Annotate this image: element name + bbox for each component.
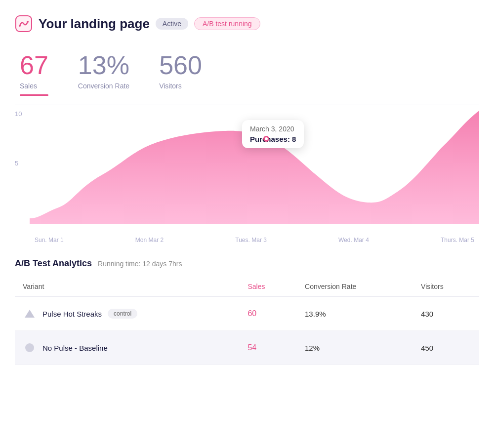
table-row: Pulse Hot Streaks control 60 13.9% 430 [15, 297, 479, 331]
ab-running-time: Running time: 12 days 7hrs [98, 260, 182, 268]
sales-1: 60 [240, 297, 297, 331]
ab-title-row: A/B Test Analytics Running time: 12 days… [15, 258, 479, 269]
variant-info-2: No Pulse - Baseline [23, 341, 232, 355]
metric-visitors[interactable]: 560 Visitors [159, 52, 202, 90]
tooltip-purchases: Purchases: 8 [250, 135, 296, 143]
table-row: No Pulse - Baseline 54 12% 450 [15, 331, 479, 365]
chart-dot [263, 136, 269, 142]
ab-table: Variant Sales Conversion Rate Visitors [15, 277, 479, 365]
triangle-icon [23, 307, 37, 321]
visitors-2: 450 [413, 331, 479, 365]
chart-tooltip: March 3, 2020 Purchases: 8 [242, 120, 304, 148]
x-label-2: Mon Mar 2 [135, 237, 164, 244]
conversion-label: Conversion Rate [78, 82, 129, 90]
page-title: Your landing page [39, 16, 150, 32]
variant-name-2: No Pulse - Baseline [42, 344, 108, 352]
conversion-2: 12% [297, 331, 413, 365]
y-label-5: 5 [15, 160, 30, 167]
tooltip-number: 8 [292, 135, 296, 143]
chart-container: 10 5 March 3, 2020 Purchases: 8 [15, 105, 479, 244]
visitors-label: Visitors [159, 82, 202, 90]
tooltip-label: Purchases: [250, 135, 290, 143]
active-badge: Active [156, 18, 188, 30]
ab-badge: A/B test running [194, 17, 260, 30]
chart-x-labels: Sun. Mar 1 Mon Mar 2 Tues. Mar 3 Wed. Ma… [30, 237, 479, 244]
control-badge: control [108, 309, 137, 319]
chart-y-labels: 10 5 [15, 105, 30, 214]
th-variant: Variant [15, 277, 240, 297]
conversion-1: 13.9% [297, 297, 413, 331]
tooltip-date: March 3, 2020 [250, 125, 296, 133]
visitors-value: 560 [159, 52, 202, 78]
th-conversion: Conversion Rate [297, 277, 413, 297]
ab-title: A/B Test Analytics [15, 258, 92, 269]
th-visitors: Visitors [413, 277, 479, 297]
ab-analytics: A/B Test Analytics Running time: 12 days… [15, 253, 479, 370]
x-label-4: Wed. Mar 4 [338, 237, 369, 244]
variant-info-1: Pulse Hot Streaks control [23, 307, 232, 321]
table-header-row: Variant Sales Conversion Rate Visitors [15, 277, 479, 297]
svg-point-4 [25, 343, 34, 352]
conversion-value: 13% [78, 52, 129, 78]
x-label-5: Thurs. Mar 5 [441, 237, 474, 244]
logo-icon [15, 15, 33, 33]
metric-sales[interactable]: 67 Sales [20, 52, 48, 90]
sales-2: 54 [240, 331, 297, 365]
th-sales: Sales [240, 277, 297, 297]
visitors-1: 430 [413, 297, 479, 331]
page-container: Your landing page Active A/B test runnin… [0, 0, 494, 380]
variant-name-1: Pulse Hot Streaks [42, 310, 102, 318]
sales-label: Sales [20, 82, 48, 90]
x-label-1: Sun. Mar 1 [35, 237, 64, 244]
variant-cell-1: Pulse Hot Streaks control [15, 297, 240, 331]
sales-value: 67 [20, 52, 48, 78]
metric-conversion[interactable]: 13% Conversion Rate [78, 52, 129, 90]
variant-cell-2: No Pulse - Baseline [15, 331, 240, 365]
svg-point-1 [19, 25, 21, 27]
svg-point-2 [27, 21, 29, 23]
y-label-10: 10 [15, 110, 30, 118]
page-header: Your landing page Active A/B test runnin… [15, 10, 479, 42]
x-label-3: Tues. Mar 3 [235, 237, 267, 244]
svg-marker-3 [25, 310, 35, 318]
metrics-row: 67 Sales 13% Conversion Rate 560 Visitor… [15, 42, 479, 90]
circle-icon [23, 341, 37, 355]
